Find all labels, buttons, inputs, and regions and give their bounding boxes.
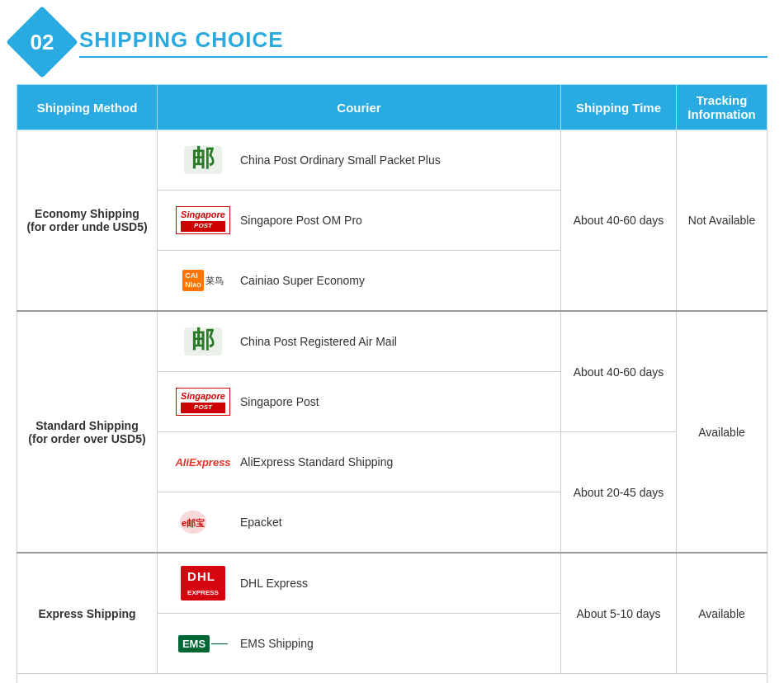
step-badge: 02 <box>17 16 68 68</box>
shipping-table: Shipping Method Courier Shipping Time Tr… <box>17 84 767 674</box>
dhl-logo: DHLEXPRESS <box>174 567 232 600</box>
courier-name: China Post Registered Air Mail <box>240 335 397 348</box>
courier-name: China Post Ordinary Small Packet Plus <box>240 153 441 167</box>
standard-tracking: Available <box>677 311 767 553</box>
courier-row: 邮 China Post Registered Air Mail <box>158 311 561 372</box>
courier-name: Epacket <box>240 516 282 529</box>
standard-time-2: About 20-45 days <box>561 432 677 553</box>
col-shipping-time: Shipping Time <box>561 85 677 130</box>
courier-row: 邮 China Post Ordinary Small Packet Plus <box>158 130 561 191</box>
method-express: Express Shipping <box>17 553 158 674</box>
courier-name: Cainiao Super Economy <box>240 274 365 287</box>
economy-time: About 40-60 days <box>561 130 677 312</box>
notes-section: NOTE: 1. For Brazil Customers, post mail… <box>17 674 767 683</box>
courier-name: Singapore Post <box>240 395 319 408</box>
singapore-logo: Singapore POST <box>174 204 232 237</box>
courier-row: EMS —— EMS Shipping <box>158 614 561 674</box>
courier-name: Singapore Post OM Pro <box>240 214 362 227</box>
standard-time-1: About 40-60 days <box>561 311 677 432</box>
courier-row: Singapore POST Singapore Post <box>158 372 561 432</box>
method-standard: Standard Shipping (for order over USD5) <box>17 311 158 553</box>
courier-row: e邮宝 Epacket <box>158 492 561 553</box>
step-number: 02 <box>17 16 68 68</box>
courier-name: EMS Shipping <box>240 637 314 650</box>
singapore-logo: Singapore POST <box>174 385 232 418</box>
chinapost-logo: 邮 <box>174 144 232 177</box>
courier-row: CAI NIAO 菜鸟 Cainiao Super Economy <box>158 251 561 312</box>
courier-row: DHLEXPRESS DHL Express <box>158 553 561 614</box>
economy-tracking: Not Available <box>677 130 767 312</box>
svg-text:邮: 邮 <box>191 327 215 352</box>
col-shipping-method: Shipping Method <box>17 85 158 130</box>
cainiao-logo: CAI NIAO 菜鸟 <box>174 264 232 297</box>
page-title: SHIPPING CHOICE <box>79 27 767 58</box>
courier-row: AliExpress AliExpress Standard Shipping <box>158 432 561 492</box>
epacket-logo: e邮宝 <box>174 506 232 539</box>
express-tracking: Available <box>677 553 767 674</box>
express-time: About 5-10 days <box>561 553 677 674</box>
chinapost-logo: 邮 <box>174 325 232 358</box>
courier-name: DHL Express <box>240 577 308 590</box>
ems-logo: EMS —— <box>174 627 232 660</box>
svg-text:e邮宝: e邮宝 <box>182 518 205 528</box>
table-header-row: Shipping Method Courier Shipping Time Tr… <box>17 85 767 130</box>
method-economy: Economy Shipping (for order unde USD5) <box>17 130 158 312</box>
courier-row: Singapore POST Singapore Post OM Pro <box>158 191 561 251</box>
aliexpress-logo: AliExpress <box>174 445 232 478</box>
courier-name: AliExpress Standard Shipping <box>240 455 393 469</box>
col-tracking: Tracking Information <box>677 85 767 130</box>
page-header: 02 SHIPPING CHOICE <box>17 16 767 68</box>
svg-text:邮: 邮 <box>191 145 215 171</box>
col-courier: Courier <box>158 85 561 130</box>
